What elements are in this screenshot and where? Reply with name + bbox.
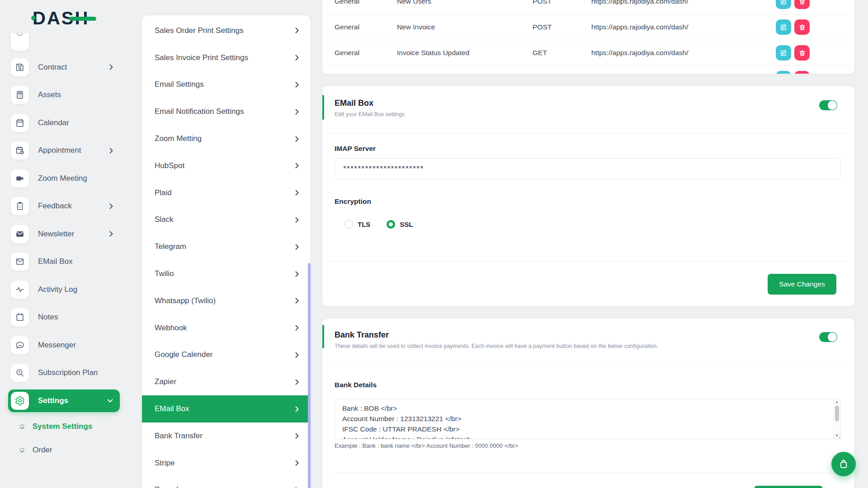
cell-submodule: Invoice Status Updated — [397, 49, 533, 57]
envelope-filled-icon — [11, 225, 29, 243]
menu-item-label: Zapier — [155, 377, 176, 386]
bank-details-label: Bank Details — [335, 380, 841, 390]
sidebar-subitem-system-settings[interactable]: System Settings — [0, 415, 131, 438]
sidebar-item-notes[interactable]: Notes — [0, 304, 131, 332]
sidebar-item-label: Appointment — [38, 146, 81, 155]
sidebar-item-calendar[interactable]: Calendar — [0, 109, 131, 137]
sidebar-item-contract[interactable]: Contract — [0, 53, 131, 81]
delete-button[interactable] — [794, 45, 810, 61]
menu-item-telegram[interactable]: Telegram — [142, 233, 311, 260]
delete-button[interactable] — [794, 19, 810, 35]
assets-icon — [11, 86, 29, 104]
section-accent-bar — [322, 95, 324, 120]
clipboard-icon — [11, 197, 29, 215]
imap-server-input[interactable] — [335, 158, 841, 179]
sidebar-item-messenger[interactable]: Messenger — [0, 331, 131, 359]
chat-bubble-icon — [11, 336, 29, 354]
scroll-up-icon[interactable]: ▲ — [834, 399, 840, 405]
chevron-right-icon — [109, 231, 113, 237]
menu-item-label: Telegram — [155, 242, 186, 251]
menu-item-email-notification-settings[interactable]: Email Notification Settings — [142, 98, 311, 125]
email-box-body: IMAP Server Encryption TLS SSL — [322, 143, 854, 229]
calendar-icon — [11, 114, 29, 132]
cell-method: POST — [533, 23, 591, 31]
chevron-right-icon — [295, 379, 299, 385]
cell-module: General — [335, 23, 397, 31]
shopping-bag-fab-button[interactable] — [831, 452, 856, 476]
chevron-right-icon — [295, 28, 299, 33]
edit-button[interactable] — [776, 0, 791, 9]
menu-item-sales-order-print-settings[interactable]: Sales Order Print Settings — [142, 17, 311, 44]
sidebar-item-appointment[interactable]: Appointment — [0, 137, 131, 165]
menu-item-zapier[interactable]: Zapier — [142, 368, 311, 395]
chevron-right-icon — [295, 109, 299, 115]
table-row: General New Invoice POST https://apps.ra… — [322, 14, 854, 40]
gear-icon — [11, 392, 29, 410]
sidebar-item-label: Activity Log — [38, 285, 77, 294]
bank-transfer-toggle[interactable] — [819, 332, 837, 342]
menu-item-slack[interactable]: Slack — [142, 206, 311, 234]
radio-ssl[interactable]: SSL — [387, 220, 413, 229]
bank-details-textarea[interactable]: Bank : BOB </br> Account Number : 123132… — [335, 399, 841, 439]
save-changes-button[interactable]: Save Changes — [768, 274, 836, 295]
sidebar: DASH Contract Assets Calendar — [0, 0, 131, 488]
menu-item-hubspot[interactable]: HubSpot — [142, 152, 311, 179]
search-dollar-icon: $ — [11, 364, 29, 382]
menu-item-webhook[interactable]: Webhook — [142, 314, 311, 342]
scrollbar-thumb[interactable] — [835, 406, 839, 421]
sidebar-item-activity-log[interactable]: Activity Log — [0, 276, 131, 304]
sidebar-item-label: Newsletter — [38, 230, 74, 239]
chevron-right-icon — [295, 217, 299, 223]
sidebar-item-email-box[interactable]: EMail Box — [0, 248, 131, 276]
edit-button[interactable] — [776, 71, 791, 74]
edit-button[interactable] — [776, 19, 791, 35]
table-row: General Invoice Status Updated GET https… — [322, 40, 854, 66]
chevron-right-icon — [295, 460, 299, 466]
sidebar-item-label: Settings — [38, 396, 68, 405]
bank-details-text: Bank : BOB </br> Account Number : 123132… — [335, 399, 840, 439]
delete-button[interactable] — [794, 71, 810, 74]
cell-module: General — [335, 49, 397, 57]
table-row-clipped — [322, 66, 854, 74]
bullet-ring-icon — [20, 448, 24, 452]
sidebar-item-settings[interactable]: Settings — [0, 387, 131, 415]
menu-item-whatsapp-twilio[interactable]: Whatsapp (Twilio) — [142, 287, 311, 314]
sidebar-item-newsletter[interactable]: Newsletter — [0, 220, 131, 248]
menu-scrollbar[interactable] — [308, 263, 311, 488]
section-accent-bar — [322, 325, 324, 348]
menu-item-plaid[interactable]: Plaid — [142, 179, 311, 206]
chevron-right-icon — [109, 148, 113, 154]
menu-item-zoom-metting[interactable]: Zoom Metting — [142, 125, 311, 152]
contract-icon — [11, 58, 29, 76]
textarea-scrollbar[interactable]: ▲ ▼ — [833, 399, 840, 438]
cell-method: GET — [533, 49, 591, 57]
menu-item-bank-transfer[interactable]: Bank Transfer — [142, 422, 311, 450]
email-box-toggle[interactable] — [819, 100, 837, 110]
sidebar-item-feedback[interactable]: Feedback — [0, 192, 131, 221]
menu-item-paypal[interactable]: Paypal — [142, 477, 311, 488]
sidebar-item-zoom-meeting[interactable]: Zoom Meeting — [0, 164, 131, 192]
menu-item-twilio[interactable]: Twilio — [142, 260, 311, 287]
menu-item-stripe[interactable]: Stripe — [142, 450, 311, 477]
edit-button[interactable] — [776, 45, 791, 61]
menu-item-google-calender[interactable]: Google Calender — [142, 342, 311, 369]
menu-item-label: Zoom Metting — [155, 134, 202, 143]
sidebar-item-subscription-plan[interactable]: $ Subscription Plan — [0, 359, 131, 387]
sidebar-item-assets[interactable]: Assets — [0, 81, 131, 109]
menu-item-email-box[interactable]: EMail Box — [142, 395, 311, 422]
cell-module: General — [335, 0, 397, 5]
sidebar-subitem-order[interactable]: Order — [0, 438, 131, 462]
chevron-right-icon — [295, 298, 299, 304]
cell-url: https://apps.rajodiya.com/dash/ — [591, 49, 775, 57]
menu-item-label: Email Settings — [155, 80, 204, 89]
menu-item-sales-invoice-print-settings[interactable]: Sales Invoice Print Settings — [142, 44, 311, 71]
cell-submodule: New Users — [397, 0, 533, 5]
delete-button[interactable] — [794, 0, 810, 9]
menu-item-email-settings[interactable]: Email Settings — [142, 71, 311, 99]
menu-item-label: Sales Invoice Print Settings — [155, 53, 248, 62]
toggle-knob — [827, 100, 837, 110]
sidebar-item-partial[interactable] — [11, 33, 29, 51]
save-changes-button[interactable]: Save Changes — [754, 486, 823, 488]
section-title: Bank Transfer — [335, 330, 836, 340]
radio-tls[interactable]: TLS — [344, 220, 370, 229]
